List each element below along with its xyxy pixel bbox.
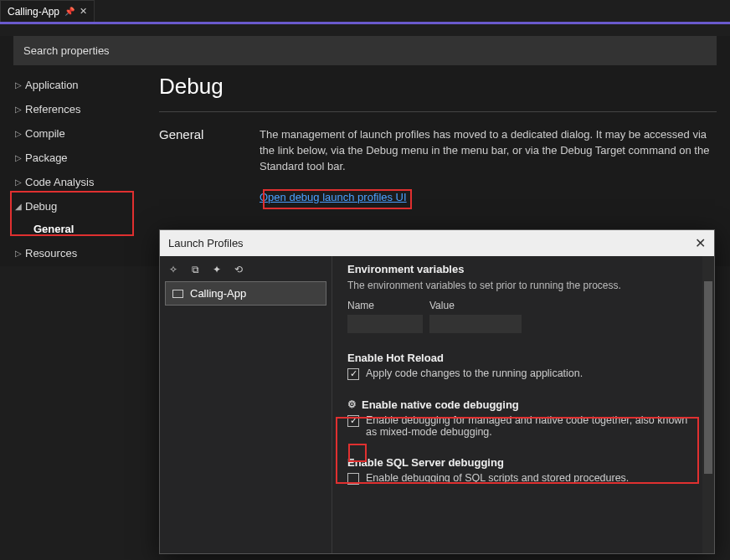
env-value-input[interactable] [429,315,522,333]
sidebar-item-resources[interactable]: ▷Resources [13,242,139,265]
pin-icon[interactable]: 📌 [64,7,75,16]
native-debug-title: Enable native code debugging [362,398,519,411]
sidebar-item-package[interactable]: ▷Package [13,146,139,169]
rename-profile-icon[interactable]: ⟲ [232,263,245,276]
open-launch-profiles-link[interactable]: Open debug launch profiles UI [260,190,407,206]
delete-profile-icon[interactable]: ✦ [210,263,224,276]
scrollbar-thumb[interactable] [704,281,712,474]
settings-pane: Environment variables The environment va… [332,256,714,553]
chevron-right-icon: ▷ [15,105,25,114]
gear-icon: ⚙ [347,398,357,410]
profiles-pane: ✧ ⧉ ✦ ⟲ Calling-App [160,256,332,553]
sidebar-item-compile[interactable]: ▷Compile [13,122,139,145]
profiles-toolbar: ✧ ⧉ ✦ ⟲ [165,261,326,281]
hot-reload-label: Apply code changes to the running applic… [366,367,583,379]
section-label-general: General [159,127,260,205]
new-profile-icon[interactable]: ✧ [167,263,180,276]
tab-active[interactable]: Calling-App 📌 ✕ [0,0,95,22]
tab-strip: Calling-App 📌 ✕ [0,0,730,22]
native-debug-label: Enable debugging for managed and native … [366,414,696,438]
launch-profiles-dialog: Launch Profiles ✕ ✧ ⧉ ✦ ⟲ Calling-App En… [159,229,715,554]
sidebar-item-debug-general[interactable]: General [13,218,139,240]
tab-title: Calling-App [8,6,59,18]
chevron-right-icon: ▷ [15,249,25,258]
sql-debug-title: Enable SQL Server debugging [347,456,696,469]
sql-debug-label: Enable debugging of SQL scripts and stor… [366,472,629,484]
close-icon[interactable]: ✕ [80,6,87,17]
env-vars-desc: The environment variables to set prior t… [347,279,696,293]
close-icon[interactable]: ✕ [695,235,706,251]
duplicate-profile-icon[interactable]: ⧉ [188,263,202,276]
sidebar-item-debug[interactable]: ◢Debug [13,195,139,218]
general-description: The management of launch profiles has mo… [260,127,717,175]
env-name-input[interactable] [347,315,423,333]
search-input[interactable]: Search properties [13,36,717,65]
search-placeholder: Search properties [23,44,110,57]
hot-reload-block: Enable Hot Reload ✓ Apply code changes t… [347,352,696,380]
divider [159,111,717,112]
env-vars-title: Environment variables [347,263,696,275]
chevron-right-icon: ▷ [15,129,25,138]
hot-reload-checkbox[interactable]: ✓ [347,368,359,380]
native-debug-checkbox[interactable]: ✓ [347,415,359,427]
accent-bar [0,22,730,24]
chevron-right-icon: ▷ [15,80,25,90]
chevron-right-icon: ▷ [15,153,25,162]
profile-item[interactable]: Calling-App [165,281,326,306]
hot-reload-title: Enable Hot Reload [347,352,696,364]
sql-debug-block: Enable SQL Server debugging Enable debug… [347,456,696,485]
chevron-right-icon: ▷ [15,177,25,187]
properties-sidebar: ▷Application ▷References ▷Compile ▷Packa… [13,74,139,266]
sidebar-item-references[interactable]: ▷References [13,98,139,121]
chevron-down-icon: ◢ [15,202,25,211]
env-col-name: Name [347,300,423,311]
env-vars-block: Environment variables The environment va… [347,263,696,333]
project-icon [172,290,183,298]
native-debug-block: ⚙ Enable native code debugging ✓ Enable … [347,398,696,438]
sidebar-item-application[interactable]: ▷Application [13,74,139,96]
sql-debug-checkbox[interactable] [347,473,359,485]
scrollbar[interactable] [702,256,714,553]
sidebar-item-code-analysis[interactable]: ▷Code Analysis [13,171,139,193]
profile-item-label: Calling-App [190,287,246,300]
page-title: Debug [159,74,717,100]
dialog-titlebar: Launch Profiles ✕ [160,230,714,256]
env-col-value: Value [429,300,522,311]
dialog-title-text: Launch Profiles [168,237,244,249]
